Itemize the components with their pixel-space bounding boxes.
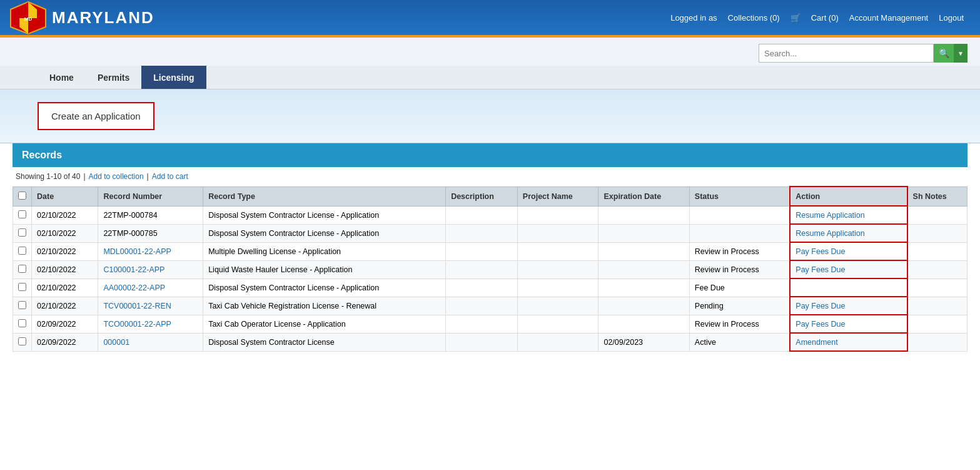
cell-expiration-date — [599, 206, 689, 224]
cell-project-name — [517, 297, 599, 315]
row-checkbox[interactable] — [18, 319, 26, 327]
cell-date: 02/10/2022 — [32, 206, 98, 224]
cell-date: 02/09/2022 — [32, 333, 98, 351]
cell-record-number[interactable]: TCO00001-22-APP — [98, 315, 203, 333]
th-description: Description — [446, 186, 518, 206]
cell-action[interactable]: Pay Fees Due — [790, 242, 907, 260]
cell-record-number[interactable]: 000001 — [98, 333, 203, 351]
row-checkbox[interactable] — [18, 301, 26, 309]
cell-status — [689, 206, 790, 224]
row-checkbox[interactable] — [18, 265, 26, 273]
action-link[interactable]: Resume Application — [796, 229, 864, 238]
cell-record-type: Multiple Dwelling License - Application — [203, 242, 446, 260]
cell-date: 02/10/2022 — [32, 297, 98, 315]
cell-action[interactable]: Amendment — [790, 333, 907, 351]
table-row: 02/10/2022MDL00001-22-APPMultiple Dwelli… — [13, 242, 967, 260]
cell-description — [446, 242, 518, 260]
cell-record-number[interactable]: MDL00001-22-APP — [98, 242, 203, 260]
action-link[interactable]: Pay Fees Due — [796, 247, 845, 256]
th-checkbox — [13, 186, 32, 206]
create-application-box[interactable]: Create an Application — [38, 102, 154, 130]
table-row: 02/10/202222TMP-000785Disposal System Co… — [13, 224, 967, 242]
site-title: MARYLAND — [52, 8, 154, 28]
records-table: Date Record Number Record Type Descripti… — [13, 186, 967, 352]
records-section: Records Showing 1-10 of 40 | Add to coll… — [0, 143, 980, 364]
add-to-cart-link[interactable]: Add to cart — [152, 172, 188, 181]
cart-link[interactable]: Cart (0) — [807, 13, 842, 23]
cell-sh-notes — [907, 278, 967, 297]
record-number-link[interactable]: TCV00001-22-REN — [103, 302, 171, 310]
tab-permits[interactable]: Permits — [86, 66, 141, 89]
records-title: Records — [22, 150, 62, 160]
search-bar: 🔍 ▼ — [759, 44, 967, 63]
cell-action[interactable]: Resume Application — [790, 224, 907, 242]
action-link[interactable]: Pay Fees Due — [796, 320, 845, 329]
table-row: 02/10/2022TCV00001-22-RENTaxi Cab Vehicl… — [13, 297, 967, 315]
cell-expiration-date — [599, 242, 689, 260]
svg-text:MD: MD — [24, 16, 33, 22]
header-nav: Logged in as Collections (0) 🛒 Cart (0) … — [667, 13, 980, 23]
row-checkbox[interactable] — [18, 228, 26, 237]
row-checkbox[interactable] — [18, 337, 26, 345]
cell-expiration-date — [599, 297, 689, 315]
logged-in-label: Logged in as — [667, 13, 720, 23]
table-row: 02/10/2022C100001-22-APPLiquid Waste Hau… — [13, 260, 967, 278]
cell-project-name — [517, 224, 599, 242]
action-link[interactable]: Pay Fees Due — [796, 302, 845, 310]
cell-description — [446, 315, 518, 333]
add-to-collection-link[interactable]: Add to collection — [89, 172, 144, 181]
cell-record-number[interactable]: C100001-22-APP — [98, 260, 203, 278]
search-bar-area: 🔍 ▼ — [0, 38, 980, 66]
action-link[interactable]: Amendment — [796, 338, 837, 347]
action-link[interactable]: Resume Application — [796, 211, 864, 220]
cell-action[interactable]: Pay Fees Due — [790, 315, 907, 333]
row-checkbox[interactable] — [18, 210, 26, 218]
cell-record-number: 22TMP-000784 — [98, 206, 203, 224]
records-toolbar: Showing 1-10 of 40 | Add to collection |… — [13, 167, 967, 186]
search-settings-button[interactable]: ▼ — [954, 44, 967, 63]
search-input[interactable] — [759, 44, 934, 63]
collections-link[interactable]: Collections (0) — [724, 13, 784, 23]
cell-record-type: Disposal System Contractor License - App… — [203, 224, 446, 242]
cell-status: Review in Process — [689, 242, 790, 260]
showing-count: Showing 1-10 of 40 — [16, 172, 80, 181]
cell-expiration-date — [599, 224, 689, 242]
table-row: 02/09/2022TCO00001-22-APPTaxi Cab Operat… — [13, 315, 967, 333]
record-number-link[interactable]: 000001 — [103, 338, 129, 347]
record-number-link[interactable]: C100001-22-APP — [103, 265, 164, 274]
cell-action[interactable]: Pay Fees Due — [790, 297, 907, 315]
search-button[interactable]: 🔍 — [934, 44, 954, 63]
cell-description — [446, 260, 518, 278]
logout-link[interactable]: Logout — [935, 13, 967, 23]
cell-status: Active — [689, 333, 790, 351]
cell-record-number[interactable]: AA00002-22-APP — [98, 278, 203, 297]
account-management-link[interactable]: Account Management — [846, 13, 932, 23]
action-link[interactable]: Pay Fees Due — [796, 265, 845, 274]
cell-description — [446, 297, 518, 315]
record-number-link[interactable]: MDL00001-22-APP — [103, 247, 171, 256]
cell-expiration-date — [599, 315, 689, 333]
table-row: 02/10/202222TMP-000784Disposal System Co… — [13, 206, 967, 224]
select-all-checkbox[interactable] — [18, 192, 26, 200]
tab-home[interactable]: Home — [38, 66, 86, 89]
cell-record-number[interactable]: TCV00001-22-REN — [98, 297, 203, 315]
record-number-link[interactable]: AA00002-22-APP — [103, 284, 165, 292]
row-checkbox[interactable] — [18, 247, 26, 255]
cell-project-name — [517, 278, 599, 297]
cell-status: Fee Due — [689, 278, 790, 297]
th-record-number: Record Number — [98, 186, 203, 206]
cell-action[interactable]: Resume Application — [790, 206, 907, 224]
cell-date: 02/10/2022 — [32, 242, 98, 260]
cell-record-type: Disposal System Contractor License - App… — [203, 206, 446, 224]
cell-project-name — [517, 315, 599, 333]
cell-status: Review in Process — [689, 315, 790, 333]
cell-date: 02/10/2022 — [32, 224, 98, 242]
tab-licensing[interactable]: Licensing — [141, 66, 206, 89]
record-number-link[interactable]: TCO00001-22-APP — [103, 320, 171, 329]
cell-action[interactable]: Pay Fees Due — [790, 260, 907, 278]
table-row: 02/10/2022AA00002-22-APPDisposal System … — [13, 278, 967, 297]
th-status: Status — [689, 186, 790, 206]
cell-project-name — [517, 260, 599, 278]
cell-status: Pending — [689, 297, 790, 315]
row-checkbox[interactable] — [18, 283, 26, 291]
